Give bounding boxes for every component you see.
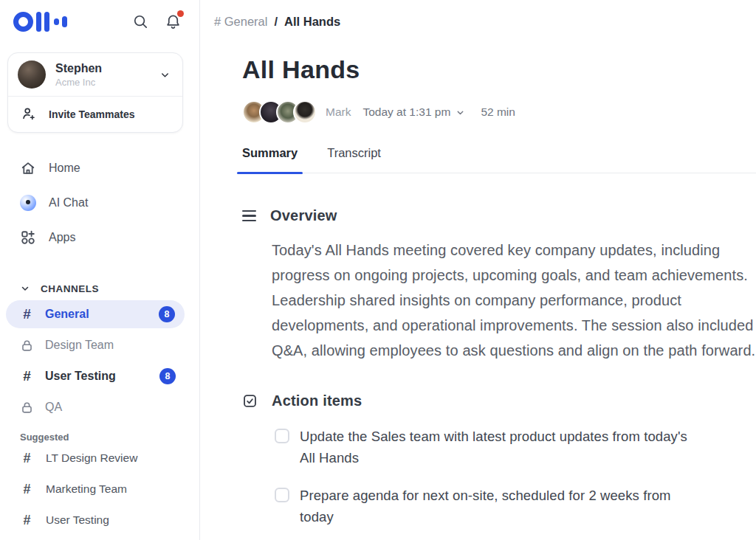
action-item-row: Update the Sales team with latest produc… bbox=[275, 426, 756, 468]
avatar bbox=[18, 60, 46, 89]
chevron-down-icon bbox=[20, 283, 30, 294]
sidebar-item-suggested-user-testing[interactable]: # User Testing bbox=[0, 505, 199, 536]
notifications-button[interactable] bbox=[165, 13, 182, 30]
app-window: Stephen Acme Inc Invite Teammates bbox=[0, 0, 756, 540]
avatar bbox=[293, 100, 317, 124]
hash-icon: # bbox=[20, 451, 34, 466]
ai-chat-orb-icon bbox=[20, 195, 36, 211]
lock-icon bbox=[20, 339, 34, 353]
hash-icon: # bbox=[20, 482, 34, 497]
search-icon[interactable] bbox=[132, 13, 149, 30]
suggested-list: # LT Design Review # Marketing Team # Us… bbox=[0, 443, 199, 536]
action-item-text: Prepare agenda for next on-site, schedul… bbox=[300, 485, 702, 527]
tab-transcript[interactable]: Transcript bbox=[327, 146, 381, 173]
tab-bar: Summary Transcript bbox=[242, 146, 756, 173]
sidebar-item-channel-user-testing[interactable]: # User Testing 8 bbox=[0, 361, 199, 392]
page-title: All Hands bbox=[242, 55, 756, 84]
sidebar-item-channel-general[interactable]: # General 8 bbox=[6, 300, 185, 328]
meeting-timestamp: Today at 1:31 pm bbox=[362, 105, 450, 119]
unread-badge: 8 bbox=[159, 368, 176, 384]
checkbox[interactable] bbox=[275, 488, 289, 502]
overview-line: Q&A, allowing employees to ask questions… bbox=[272, 338, 756, 363]
home-icon bbox=[20, 160, 36, 176]
sidebar: Stephen Acme Inc Invite Teammates bbox=[0, 0, 200, 540]
suggested-header: Suggested bbox=[0, 432, 199, 443]
meeting-meta-row: Mark Today at 1:31 pm 52 min bbox=[242, 100, 756, 124]
action-item-row: Prepare agenda for next on-site, schedul… bbox=[275, 485, 756, 527]
notification-dot bbox=[177, 10, 184, 17]
add-person-icon bbox=[21, 106, 36, 122]
breadcrumb-channel-link[interactable]: # General bbox=[214, 15, 267, 29]
channel-label: General bbox=[45, 308, 89, 321]
overview-line: progress on ongoing projects, upcoming g… bbox=[272, 263, 756, 288]
section-heading: Action items bbox=[272, 392, 362, 409]
sidebar-item-label: Apps bbox=[49, 231, 75, 244]
sidebar-item-suggested-marketing-team[interactable]: # Marketing Team bbox=[0, 474, 199, 505]
sidebar-nav: Home AI Chat Apps bbox=[0, 150, 199, 255]
account-card: Stephen Acme Inc Invite Teammates bbox=[7, 52, 183, 133]
sidebar-item-channel-design-team[interactable]: Design Team bbox=[0, 330, 199, 361]
sidebar-item-ai-chat[interactable]: AI Chat bbox=[0, 185, 199, 220]
sidebar-item-label: Home bbox=[49, 162, 80, 175]
action-item-text: Update the Sales team with latest produc… bbox=[300, 426, 702, 468]
overview-line: developments, and operational improvemen… bbox=[272, 313, 756, 338]
hash-icon: # bbox=[20, 306, 34, 322]
checked-checkbox-icon bbox=[242, 393, 258, 409]
meeting-duration: 52 min bbox=[481, 105, 515, 119]
channel-label: Design Team bbox=[45, 339, 114, 352]
sidebar-item-apps[interactable]: Apps bbox=[0, 220, 199, 255]
section-heading: Overview bbox=[270, 207, 337, 224]
divider bbox=[238, 173, 756, 173]
channels-header-label: CHANNELS bbox=[41, 283, 99, 294]
meeting-owner: Mark bbox=[326, 105, 351, 119]
action-items-section: Action items Update the Sales team with … bbox=[242, 392, 756, 527]
overview-section: Overview Today's All Hands meeting cover… bbox=[242, 207, 756, 363]
checkbox[interactable] bbox=[275, 429, 289, 443]
participant-avatars[interactable] bbox=[242, 100, 317, 124]
overview-paragraph: Today's All Hands meeting covered key co… bbox=[272, 238, 756, 363]
overview-line: Leadership shared insights on company pe… bbox=[272, 288, 756, 313]
logo-bar bbox=[62, 16, 67, 27]
account-name: Stephen bbox=[55, 62, 102, 75]
breadcrumb-separator: / bbox=[274, 15, 278, 29]
logo-ring bbox=[13, 12, 33, 32]
chevron-down-icon bbox=[159, 69, 171, 80]
overview-line: Today's All Hands meeting covered key co… bbox=[272, 238, 756, 263]
active-tab-underline bbox=[237, 172, 303, 175]
channel-label: User Testing bbox=[46, 513, 109, 527]
channel-label: LT Design Review bbox=[46, 451, 137, 465]
logo-bar bbox=[54, 18, 59, 25]
hash-icon: # bbox=[20, 513, 34, 528]
tab-label: Summary bbox=[242, 146, 298, 159]
account-switcher[interactable]: Stephen Acme Inc bbox=[8, 53, 182, 96]
channel-list: # General 8 Design Team # User Testing 8 bbox=[0, 300, 199, 423]
tab-summary[interactable]: Summary bbox=[242, 146, 298, 173]
lock-icon bbox=[20, 401, 34, 415]
sidebar-item-suggested-lt-design-review[interactable]: # LT Design Review bbox=[0, 443, 199, 474]
breadcrumb-current: All Hands bbox=[284, 15, 340, 29]
meeting-time-dropdown[interactable]: Today at 1:31 pm bbox=[362, 105, 465, 119]
logo-bar bbox=[44, 12, 49, 32]
otter-logo[interactable] bbox=[13, 12, 67, 32]
channels-section-toggle[interactable]: CHANNELS bbox=[0, 277, 199, 300]
sidebar-item-home[interactable]: Home bbox=[0, 150, 199, 185]
sidebar-item-label: AI Chat bbox=[49, 196, 88, 210]
sidebar-item-channel-qa[interactable]: QA bbox=[0, 392, 199, 423]
sidebar-header bbox=[0, 0, 199, 43]
main-panel: # General / All Hands All Hands Mark Tod… bbox=[200, 0, 756, 540]
logo-bar bbox=[36, 12, 41, 32]
invite-teammates-button[interactable]: Invite Teammates bbox=[8, 97, 182, 132]
channel-label: User Testing bbox=[45, 370, 116, 383]
chevron-down-icon bbox=[456, 108, 465, 117]
tab-label: Transcript bbox=[327, 146, 381, 159]
unread-badge: 8 bbox=[159, 306, 175, 322]
apps-grid-plus-icon bbox=[20, 229, 36, 246]
account-org: Acme Inc bbox=[55, 77, 102, 88]
hash-icon: # bbox=[20, 368, 34, 384]
invite-teammates-label: Invite Teammates bbox=[49, 108, 134, 120]
channel-label: QA bbox=[45, 401, 62, 414]
channel-label: Marketing Team bbox=[46, 482, 127, 496]
breadcrumb: # General / All Hands bbox=[200, 0, 756, 29]
text-lines-icon bbox=[242, 210, 256, 221]
